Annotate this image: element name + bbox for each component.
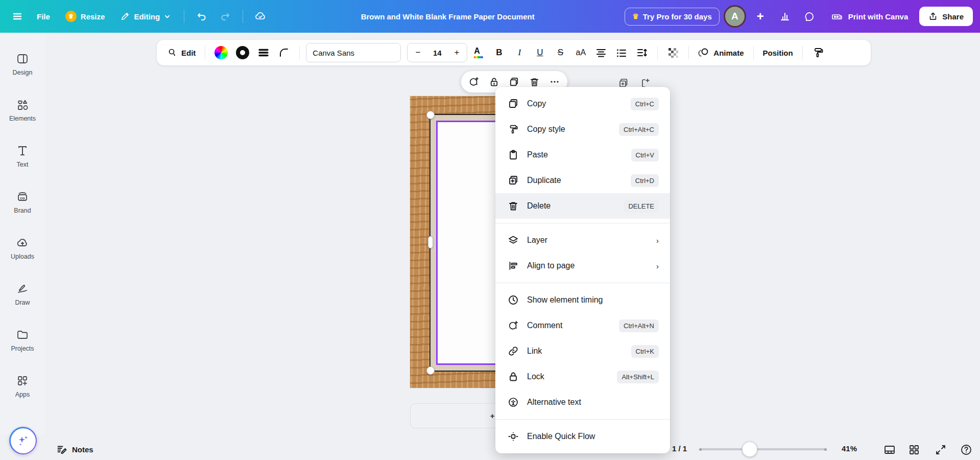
grid-view-button[interactable] <box>906 442 922 458</box>
menu-item-paste[interactable]: Paste Ctrl+V <box>495 142 670 168</box>
menu-item-copy[interactable]: Copy Ctrl+C <box>495 91 670 117</box>
underline-button[interactable]: U <box>531 43 549 62</box>
sidebar-item-uploads[interactable]: Uploads <box>2 225 43 271</box>
shortcut-badge: Ctrl+C <box>631 98 659 110</box>
help-button[interactable] <box>958 442 974 458</box>
strikethrough-button[interactable]: S <box>551 43 569 62</box>
crown-icon: ♛ <box>632 12 639 20</box>
sidebar-item-projects[interactable]: Projects <box>2 317 43 363</box>
divider <box>688 46 689 59</box>
border-style-button[interactable] <box>254 43 273 62</box>
corner-rounding-button[interactable] <box>275 43 293 62</box>
print-with-canva-button[interactable]: Print with Canva <box>824 6 916 27</box>
sidebar-item-design[interactable]: Design <box>2 41 43 87</box>
file-button[interactable]: File <box>31 8 56 25</box>
pages-view-button[interactable] <box>881 442 898 458</box>
sidebar-item-brand[interactable]: co Brand <box>2 179 43 225</box>
comment-icon[interactable] <box>466 74 482 89</box>
border-color-button[interactable] <box>233 43 252 62</box>
cloud-save-status-icon[interactable] <box>250 6 271 27</box>
text-case-button[interactable]: aA <box>571 43 590 62</box>
transparency-checker-icon <box>667 47 679 59</box>
menu-item-duplicate[interactable]: Duplicate Ctrl+D <box>495 168 670 193</box>
line-spacing-button[interactable] <box>633 43 651 62</box>
add-member-button[interactable]: + <box>750 6 771 27</box>
position-button[interactable]: Position <box>760 43 796 62</box>
sidebar-item-apps[interactable]: Apps <box>2 363 43 409</box>
transparency-button[interactable] <box>664 43 682 62</box>
copy-style-button[interactable] <box>809 43 827 62</box>
resize-button[interactable]: ♛ Resize <box>59 7 111 26</box>
sidebar-item-text[interactable]: Text <box>2 133 43 179</box>
menu-item-link[interactable]: Link Ctrl+K <box>495 338 670 364</box>
italic-button[interactable]: I <box>510 43 529 62</box>
notes-icon <box>56 444 67 455</box>
menu-divider <box>495 283 670 283</box>
clock-icon <box>508 294 519 306</box>
avatar-initial: A <box>731 11 738 22</box>
avatar[interactable]: A <box>724 5 746 28</box>
menu-item-alternative-text[interactable]: Alternative text <box>495 389 670 415</box>
shortcut-badge: Ctrl+D <box>631 174 659 187</box>
menu-item-comment[interactable]: Comment Ctrl+Alt+N <box>495 313 670 338</box>
insights-button[interactable] <box>775 6 795 27</box>
animate-label: Animate <box>713 49 744 57</box>
resize-handle-left[interactable] <box>428 236 433 248</box>
fullscreen-button[interactable] <box>933 442 949 458</box>
bullet-list-button[interactable] <box>612 43 631 62</box>
animate-button[interactable]: Animate <box>695 43 747 62</box>
canva-assistant-button[interactable] <box>9 427 37 454</box>
editing-mode-dropdown[interactable]: Editing <box>114 8 177 26</box>
sidebar-item-draw[interactable]: Draw <box>2 271 43 317</box>
zoom-slider-thumb[interactable] <box>742 442 757 457</box>
sidebar-item-elements[interactable]: Elements <box>2 87 43 133</box>
page-indicator: 1 / 1 <box>672 444 687 453</box>
menu-item-enable-quick-flow[interactable]: Enable Quick Flow <box>495 424 670 449</box>
bullet-list-icon <box>615 47 628 59</box>
menu-item-layer[interactable]: Layer › <box>495 227 670 253</box>
plus-icon: + <box>757 9 764 24</box>
menu-item-copy-style[interactable]: Copy style Ctrl+Alt+C <box>495 117 670 142</box>
redo-button[interactable] <box>215 6 235 27</box>
sidebar-label: Elements <box>9 115 36 122</box>
share-button[interactable]: Share <box>919 7 973 26</box>
editor-toolbar: Edit Canva Sans − 14 + A B I U S aA Anim <box>157 40 871 65</box>
border-ring-icon <box>236 46 249 59</box>
try-pro-button[interactable]: ♛ Try Pro for 30 days <box>625 8 720 26</box>
hamburger-menu-icon[interactable] <box>7 6 28 27</box>
resize-handle-top-left[interactable] <box>426 111 435 119</box>
brand-icon: co <box>16 190 29 203</box>
resize-handle-bottom-left[interactable] <box>426 366 435 375</box>
zoom-slider[interactable] <box>700 448 826 450</box>
divider <box>299 46 300 59</box>
sidebar: Design Elements Text co Brand Uploads Dr… <box>0 33 45 434</box>
menu-item-delete[interactable]: Delete DELETE <box>495 193 670 219</box>
bold-button[interactable]: B <box>490 43 508 62</box>
edit-image-button[interactable]: Edit <box>164 43 199 62</box>
submenu-chevron-icon: › <box>656 236 659 245</box>
line-spacing-icon <box>636 47 648 59</box>
menu-item-show-element-timing[interactable]: Show element timing <box>495 287 670 313</box>
resize-label: Resize <box>81 12 105 21</box>
text-align-button[interactable] <box>592 43 610 62</box>
document-title[interactable]: Brown and White Blank Frame Paper Docume… <box>356 12 540 21</box>
font-family-select[interactable]: Canva Sans <box>306 43 401 62</box>
draw-icon <box>16 282 29 295</box>
menu-divider <box>495 419 670 420</box>
menu-item-lock[interactable]: Lock Alt+Shift+L <box>495 364 670 389</box>
sparkle-icon <box>15 433 31 448</box>
comments-button[interactable] <box>799 6 820 27</box>
shortcut-badge: Ctrl+Alt+C <box>619 123 659 136</box>
menu-item-align-to-page[interactable]: Align to page › <box>495 253 670 279</box>
svg-text:co: co <box>20 195 25 200</box>
font-size-increase-button[interactable]: + <box>448 44 465 61</box>
notes-button[interactable]: Notes <box>56 444 93 455</box>
font-size-value[interactable]: 14 <box>433 49 442 57</box>
color-picker-button[interactable] <box>211 43 231 62</box>
pages-view-icon <box>883 443 896 456</box>
font-size-decrease-button[interactable]: − <box>410 44 426 61</box>
undo-button[interactable] <box>192 6 212 27</box>
text-color-button[interactable]: A <box>469 43 488 62</box>
editing-label: Editing <box>134 12 160 21</box>
divider <box>802 46 803 59</box>
